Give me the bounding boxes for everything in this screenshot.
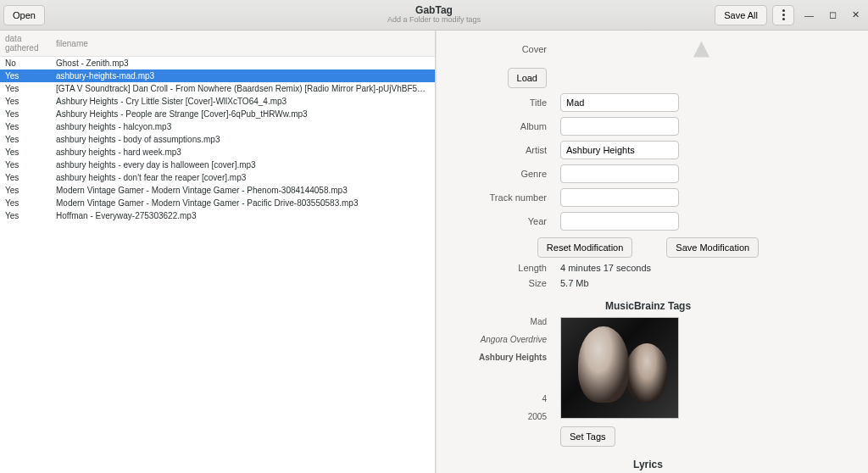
mb-cover-image (560, 317, 679, 419)
table-row[interactable]: YesModern Vintage Gamer - Modern Vintage… (0, 197, 435, 209)
cell-gathered: Yes (0, 70, 51, 82)
cell-filename: Ashbury Heights - Cry Little Sister [Cov… (51, 95, 435, 108)
minimize-button[interactable]: — (799, 7, 819, 24)
table-row[interactable]: YesAshbury Heights - Cry Little Sister [… (0, 95, 435, 108)
cell-gathered: Yes (0, 146, 51, 159)
musicbrainz-section: MusicBrainz Tags Mad Angora Overdrive As… (437, 297, 868, 455)
open-button[interactable]: Open (3, 5, 45, 25)
cover-label: Cover (453, 44, 547, 54)
mb-track: 4 (453, 394, 547, 403)
reset-modification-button[interactable]: Reset Modification (537, 237, 633, 258)
cell-filename: Modern Vintage Gamer - Modern Vintage Ga… (51, 184, 435, 197)
table-row[interactable]: Yesashbury heights - halcyon.mp3 (0, 120, 435, 133)
cell-filename: Hoffman - Everyway-275303622.mp3 (51, 209, 435, 222)
cell-filename: ashbury heights - body of assumptions.mp… (51, 133, 435, 146)
col-header-filename[interactable]: filename (51, 31, 435, 57)
title-input[interactable] (560, 93, 679, 112)
col-header-gathered[interactable]: data gathered (0, 31, 51, 57)
close-button[interactable]: ✕ (847, 6, 865, 24)
menu-button[interactable] (772, 5, 794, 25)
cell-gathered: Yes (0, 184, 51, 197)
details-pane: Cover Load Title Album Artist Genre Trac… (436, 31, 868, 473)
cell-gathered: Yes (0, 197, 51, 209)
file-table[interactable]: data gathered filename NoGhost - Zenith.… (0, 31, 435, 222)
mb-year: 2005 (453, 412, 547, 421)
lyrics-section: Lyrics Make a spadeKing of heartsI was m… (437, 455, 868, 473)
cell-gathered: Yes (0, 159, 51, 171)
save-all-button[interactable]: Save All (715, 5, 767, 25)
maximize-button[interactable]: ◻ (824, 6, 842, 24)
mb-album: Angora Overdrive (453, 335, 547, 344)
cell-gathered: Yes (0, 209, 51, 222)
table-row[interactable]: YesAshbury Heights - People are Strange … (0, 108, 435, 120)
title-label: Title (453, 97, 547, 108)
musicbrainz-heading: MusicBrainz Tags (453, 300, 843, 312)
cell-gathered: No (0, 57, 51, 70)
cell-gathered: Yes (0, 95, 51, 108)
genre-input[interactable] (560, 164, 679, 183)
table-row[interactable]: Yesashbury heights - every day is hallow… (0, 159, 435, 171)
table-row[interactable]: Yesashbury heights - don't fear the reap… (0, 171, 435, 184)
track-input[interactable] (560, 188, 679, 207)
table-row[interactable]: Yesashbury heights - body of assumptions… (0, 133, 435, 146)
cell-filename: ashbury heights - hard week.mp3 (51, 146, 435, 159)
cell-gathered: Yes (0, 171, 51, 184)
table-row[interactable]: NoGhost - Zenith.mp3 (0, 57, 435, 70)
artist-label: Artist (453, 145, 547, 155)
cell-filename: ashbury heights - halcyon.mp3 (51, 120, 435, 133)
length-value: 4 minutes 17 seconds (560, 263, 843, 273)
cell-filename: ashbury-heights-mad.mp3 (51, 70, 435, 82)
album-input[interactable] (560, 117, 679, 136)
app-subtitle: Add a Folder to modify tags (387, 16, 481, 25)
lyrics-heading: Lyrics (453, 459, 843, 470)
album-label: Album (453, 121, 547, 131)
cell-filename: ashbury heights - don't fear the reaper … (51, 171, 435, 184)
cell-gathered: Yes (0, 120, 51, 133)
genre-label: Genre (453, 169, 547, 179)
header-bar: Open GabTag Add a Folder to modify tags … (0, 0, 868, 31)
main-split: data gathered filename NoGhost - Zenith.… (0, 31, 868, 473)
cell-filename: ashbury heights - every day is halloween… (51, 159, 435, 171)
tag-form: Cover Load Title Album Artist Genre Trac… (437, 31, 868, 297)
cell-filename: Modern Vintage Gamer - Modern Vintage Ga… (51, 197, 435, 209)
track-label: Track number (453, 192, 547, 203)
mb-title: Mad (453, 317, 547, 326)
length-label: Length (453, 263, 547, 273)
set-tags-button[interactable]: Set Tags (560, 426, 615, 447)
cell-filename: [GTA V Soundtrack] Dan Croll - From Nowh… (51, 82, 435, 95)
cell-filename: Ghost - Zenith.mp3 (51, 57, 435, 70)
table-row[interactable]: Yesashbury-heights-mad.mp3 (0, 70, 435, 82)
year-input[interactable] (560, 212, 679, 231)
cell-filename: Ashbury Heights - People are Strange [Co… (51, 108, 435, 120)
cell-gathered: Yes (0, 82, 51, 95)
table-row[interactable]: YesHoffman - Everyway-275303622.mp3 (0, 209, 435, 222)
table-row[interactable]: Yes[GTA V Soundtrack] Dan Croll - From N… (0, 82, 435, 95)
size-label: Size (453, 278, 547, 288)
table-row[interactable]: Yesashbury heights - hard week.mp3 (0, 146, 435, 159)
file-list-pane: data gathered filename NoGhost - Zenith.… (0, 31, 436, 473)
save-modification-button[interactable]: Save Modification (666, 237, 759, 258)
cover-placeholder-icon (692, 39, 712, 59)
year-label: Year (453, 216, 547, 226)
kebab-icon (782, 9, 785, 20)
mb-artist: Ashbury Heights (453, 353, 547, 362)
load-cover-button[interactable]: Load (508, 68, 547, 88)
cell-gathered: Yes (0, 108, 51, 120)
artist-input[interactable] (560, 141, 679, 159)
table-row[interactable]: YesModern Vintage Gamer - Modern Vintage… (0, 184, 435, 197)
cell-gathered: Yes (0, 133, 51, 146)
size-value: 5.7 Mb (560, 278, 843, 288)
